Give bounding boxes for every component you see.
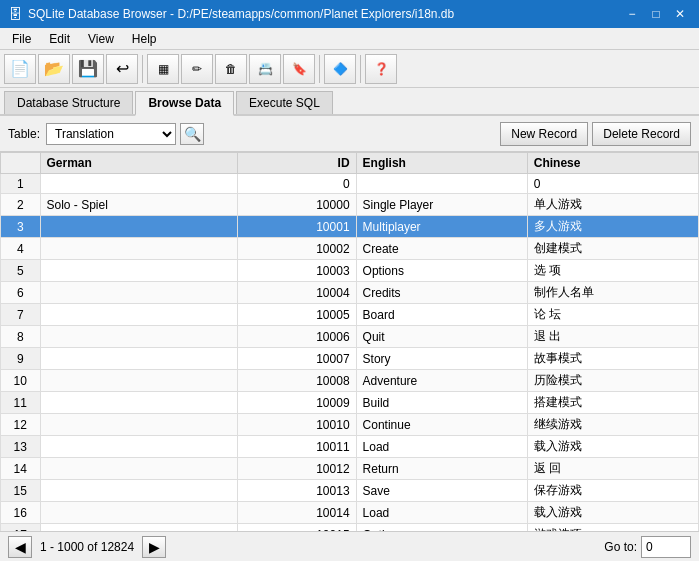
main-content: Table: Translation 🔍 New Record Delete R… xyxy=(0,116,699,561)
cell-chinese: 故事模式 xyxy=(527,348,698,370)
new-record-button[interactable]: New Record xyxy=(500,122,588,146)
col-header-id[interactable]: ID xyxy=(238,153,357,174)
table-row[interactable]: 1710015Options游戏选项 xyxy=(1,524,699,532)
browse-data-button[interactable]: 🔷 xyxy=(324,54,356,84)
table-row[interactable]: 910007Story故事模式 xyxy=(1,348,699,370)
table-row[interactable]: 810006Quit退 出 xyxy=(1,326,699,348)
table-row[interactable]: 710005Board论 坛 xyxy=(1,304,699,326)
cell-german xyxy=(40,174,238,194)
table-row[interactable]: 1310011Load载入游戏 xyxy=(1,436,699,458)
titlebar: 🗄 SQLite Database Browser - D:/PE/steama… xyxy=(0,0,699,28)
cell-chinese: 选 项 xyxy=(527,260,698,282)
create-table-button[interactable]: ▦ xyxy=(147,54,179,84)
cell-rownum: 6 xyxy=(1,282,41,304)
table-select[interactable]: Translation xyxy=(46,123,176,145)
cell-rownum: 7 xyxy=(1,304,41,326)
cell-rownum: 1 xyxy=(1,174,41,194)
table-row[interactable]: 2Solo - Spiel10000Single Player单人游戏 xyxy=(1,194,699,216)
col-header-english[interactable]: English xyxy=(356,153,527,174)
toolbar-sep-1 xyxy=(142,55,143,83)
cell-german xyxy=(40,480,238,502)
maximize-button[interactable]: □ xyxy=(645,4,667,24)
col-header-chinese[interactable]: Chinese xyxy=(527,153,698,174)
table-row[interactable]: 510003Options选 项 xyxy=(1,260,699,282)
menu-edit[interactable]: Edit xyxy=(41,30,78,48)
delete-record-button[interactable]: Delete Record xyxy=(592,122,691,146)
titlebar-left: 🗄 SQLite Database Browser - D:/PE/steama… xyxy=(8,6,454,22)
cell-chinese: 创建模式 xyxy=(527,238,698,260)
cell-german xyxy=(40,524,238,532)
table-row[interactable]: 1210010Continue继续游戏 xyxy=(1,414,699,436)
table-row[interactable]: 1410012Return返 回 xyxy=(1,458,699,480)
pagination: ◀ 1 - 1000 of 12824 ▶ Go to: xyxy=(0,531,699,561)
cell-german xyxy=(40,502,238,524)
undo-button[interactable]: ↩ xyxy=(106,54,138,84)
cell-german xyxy=(40,282,238,304)
cell-id: 10002 xyxy=(238,238,357,260)
next-page-button[interactable]: ▶ xyxy=(142,536,166,558)
close-button[interactable]: ✕ xyxy=(669,4,691,24)
delete-table-button[interactable]: 🗑 xyxy=(215,54,247,84)
cell-german xyxy=(40,260,238,282)
table-row[interactable]: 1510013Save保存游戏 xyxy=(1,480,699,502)
cell-rownum: 17 xyxy=(1,524,41,532)
tab-database-structure[interactable]: Database Structure xyxy=(4,91,133,114)
cell-id: 10008 xyxy=(238,370,357,392)
goto-label: Go to: xyxy=(604,540,637,554)
cell-id: 10003 xyxy=(238,260,357,282)
cell-chinese: 0 xyxy=(527,174,698,194)
help-button[interactable]: ❓ xyxy=(365,54,397,84)
tab-execute-sql[interactable]: Execute SQL xyxy=(236,91,333,114)
col-header-german[interactable]: German xyxy=(40,153,238,174)
cell-chinese: 多人游戏 xyxy=(527,216,698,238)
table-row[interactable]: 410002Create创建模式 xyxy=(1,238,699,260)
cell-german xyxy=(40,326,238,348)
cell-rownum: 2 xyxy=(1,194,41,216)
cell-rownum: 9 xyxy=(1,348,41,370)
cell-english: Save xyxy=(356,480,527,502)
cell-english xyxy=(356,174,527,194)
goto-input[interactable] xyxy=(641,536,691,558)
tab-browse-data[interactable]: Browse Data xyxy=(135,91,234,116)
titlebar-title: SQLite Database Browser - D:/PE/steamapp… xyxy=(28,7,454,21)
cell-rownum: 5 xyxy=(1,260,41,282)
cell-chinese: 载入游戏 xyxy=(527,436,698,458)
page-info: 1 - 1000 of 12824 xyxy=(40,540,134,554)
cell-german xyxy=(40,436,238,458)
cell-id: 10004 xyxy=(238,282,357,304)
cell-english: Story xyxy=(356,348,527,370)
app-icon: 🗄 xyxy=(8,6,22,22)
table-row[interactable]: 610004Credits制作人名单 xyxy=(1,282,699,304)
prev-page-button[interactable]: ◀ xyxy=(8,536,32,558)
table-row[interactable]: 1010008Adventure历险模式 xyxy=(1,370,699,392)
menu-file[interactable]: File xyxy=(4,30,39,48)
cell-german xyxy=(40,238,238,260)
search-button[interactable]: 🔍 xyxy=(180,123,204,145)
menu-view[interactable]: View xyxy=(80,30,122,48)
cell-id: 10015 xyxy=(238,524,357,532)
open-db-button[interactable]: 📂 xyxy=(38,54,70,84)
toolbar-sep-3 xyxy=(360,55,361,83)
data-table-container[interactable]: German ID English Chinese 1002Solo - Spi… xyxy=(0,152,699,531)
new-db-button[interactable]: 📄 xyxy=(4,54,36,84)
table-row[interactable]: 1610014Load载入游戏 xyxy=(1,502,699,524)
edit-table-button[interactable]: ✏ xyxy=(181,54,213,84)
table-toolbar: Table: Translation 🔍 New Record Delete R… xyxy=(0,116,699,152)
minimize-button[interactable]: − xyxy=(621,4,643,24)
cell-id: 10011 xyxy=(238,436,357,458)
cell-rownum: 16 xyxy=(1,502,41,524)
cell-chinese: 退 出 xyxy=(527,326,698,348)
cell-german xyxy=(40,414,238,436)
save-db-button[interactable]: 💾 xyxy=(72,54,104,84)
cell-rownum: 4 xyxy=(1,238,41,260)
table-row[interactable]: 100 xyxy=(1,174,699,194)
cell-german xyxy=(40,304,238,326)
create-index-button[interactable]: 📇 xyxy=(249,54,281,84)
table-row[interactable]: 1110009Build搭建模式 xyxy=(1,392,699,414)
menu-help[interactable]: Help xyxy=(124,30,165,48)
table-row[interactable]: 310001Multiplayer多人游戏 xyxy=(1,216,699,238)
cell-id: 10009 xyxy=(238,392,357,414)
delete-index-button[interactable]: 🔖 xyxy=(283,54,315,84)
cell-chinese: 单人游戏 xyxy=(527,194,698,216)
cell-chinese: 返 回 xyxy=(527,458,698,480)
